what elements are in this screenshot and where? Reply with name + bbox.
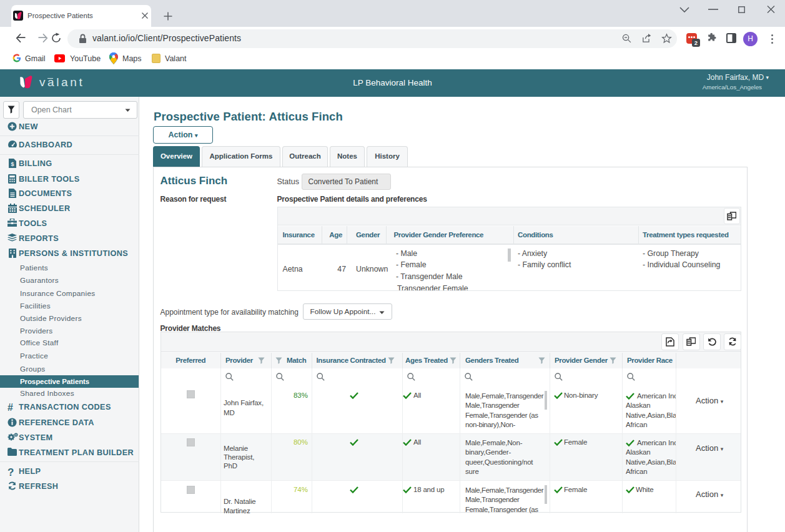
svg-text:$: $ [11, 161, 14, 167]
